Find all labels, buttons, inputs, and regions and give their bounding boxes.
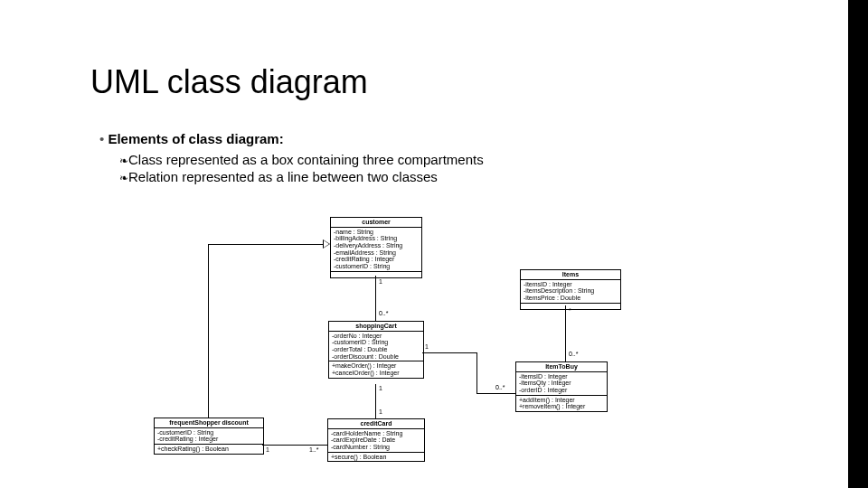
multiplicity-label: * (569, 307, 571, 314)
relation-line (208, 244, 323, 245)
bullet-sub-2: Relation represented as a line between t… (119, 169, 484, 184)
class-item-to-buy: ItemToBuy -itemsID : Integer -itemsQty :… (515, 361, 608, 412)
class-attrs: -orderNo : Integer -customerID : String … (329, 332, 423, 362)
relation-line (262, 445, 327, 446)
relation-line (565, 305, 566, 361)
bullet-sub-1: Class represented as a box containing th… (119, 152, 484, 167)
class-customer: customer -name : String -billingAddress … (330, 217, 422, 278)
class-attrs: -cardHolderName : String -cardExpireDate… (328, 429, 424, 453)
multiplicity-label: 0..* (569, 351, 579, 358)
class-ops: +checkRating() : Boolean (155, 445, 263, 454)
class-frequent-shopper: frequentShopper discount -customerID : S… (154, 418, 264, 455)
multiplicity-label: 0..* (379, 310, 389, 317)
class-name: ItemToBuy (516, 362, 607, 372)
class-ops (331, 272, 421, 277)
multiplicity-label: 0..* (495, 384, 505, 391)
class-name: customer (331, 218, 421, 228)
relation-line (422, 352, 476, 353)
multiplicity-label: 1 (379, 278, 382, 286)
multiplicity-label: 1 (266, 446, 269, 454)
multiplicity-label: 1 (379, 408, 382, 416)
class-name: shoppingCart (329, 322, 423, 332)
class-shopping-cart: shoppingCart -orderNo : Integer -custome… (328, 321, 424, 379)
bullet-main: Elements of class diagram: (99, 131, 484, 146)
class-ops: +addItem() : Integer +removeItem() : Int… (516, 396, 607, 411)
slide: UML class diagram Elements of class diag… (0, 0, 868, 488)
multiplicity-label: 1 (425, 343, 429, 351)
class-credit-card: creditCard -cardHolderName : String -car… (327, 418, 425, 462)
class-name: Items (521, 270, 620, 280)
class-ops: +secure() : Boolean (328, 453, 424, 462)
class-attrs: -name : String -billingAddress : String … (331, 228, 421, 272)
generalization-arrow-icon (323, 239, 330, 249)
slide-title: UML class diagram (90, 63, 368, 101)
relation-line (375, 276, 376, 321)
relation-line (208, 244, 209, 418)
multiplicity-label: 1 (379, 385, 382, 392)
class-items: Items -itemsID : Integer -itemsDescripti… (520, 269, 621, 310)
class-attrs: -itemsID : Integer -itemsDescription : S… (521, 280, 620, 304)
relation-line (476, 393, 515, 394)
multiplicity-label: 1..* (309, 446, 319, 454)
class-name: frequentShopper discount (155, 418, 263, 428)
relation-line (375, 384, 376, 418)
uml-diagram: customer -name : String -billingAddress … (154, 217, 714, 470)
slide-accent-bar (848, 0, 868, 488)
class-attrs: -customerID : String -creditRating : Int… (155, 428, 263, 445)
bullet-list: Elements of class diagram: Class represe… (99, 131, 484, 184)
class-ops: +makeOrder() : Integer +cancelOrder() : … (329, 361, 423, 377)
relation-line (476, 352, 477, 393)
class-attrs: -itemsID : Integer -itemsQty : Integer -… (516, 372, 607, 396)
class-name: creditCard (328, 419, 424, 429)
